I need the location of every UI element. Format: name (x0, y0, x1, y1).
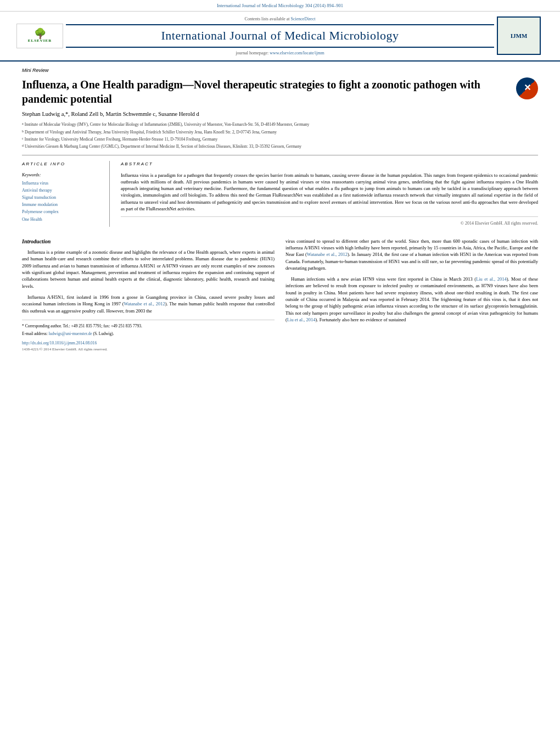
watanabe-link-1[interactable]: Watanabe et al., 2012 (124, 301, 165, 306)
ijmm-logo-area: IJMM (494, 16, 544, 55)
keyword-4: Immune modulation (22, 202, 101, 208)
abstract-text: Influenza virus is a paradigm for a path… (121, 172, 538, 213)
authors-text: Stephan Ludwig a,*, Roland Zell b, Marti… (22, 111, 199, 117)
intro-paragraph-1: Influenza is a prime example of a zoonot… (22, 249, 275, 289)
keyword-3: Signal transduction (22, 194, 101, 200)
keyword-2: Antiviral therapy (22, 187, 101, 193)
elsevier-text: ELSEVIER (28, 38, 52, 44)
intro-col2-p1-text: virus continued to spread to different o… (285, 238, 538, 271)
watanabe-link-2[interactable]: Watanabe et al., 2012 (307, 252, 348, 257)
footnote-email-label: E-mail address: (22, 331, 49, 336)
footnotes-section: * Corresponding author. Tel.: +49 251 83… (22, 320, 275, 352)
affil-text-d: Universities Giessen & Marburg Lung Cent… (25, 143, 301, 149)
header-divider-top (66, 24, 494, 25)
elsevier-logo-area: 🌳 ELSEVIER (16, 24, 66, 48)
body-column-left: Introduction Influenza is a prime exampl… (22, 238, 275, 352)
intro-col2-paragraph-1: virus continued to spread to different o… (285, 238, 538, 272)
elsevier-tree-icon: 🌳 (34, 29, 46, 38)
intro-col2-p2-text: Human infections with a new avian H7N9 v… (285, 276, 538, 322)
affil-sup-b: b (22, 129, 24, 135)
footnote-email: E-mail address: ludwigs@uni-muenster.de … (22, 331, 275, 337)
homepage-link[interactable]: www.elsevier.com/locate/ijmm (270, 51, 324, 55)
affil-text-a: Institute of Molecular Virology (IMV), C… (25, 121, 310, 127)
affiliation-a: a Institute of Molecular Virology (IMV),… (22, 121, 538, 127)
footnote-email-link[interactable]: ludwigs@uni-muenster.de (49, 331, 92, 336)
intro-paragraph-2: Influenza A/H5N1, first isolated in 1996… (22, 294, 275, 314)
article-info-abstract-section: ARTICLE INFO Keywords: Influenza virus A… (22, 155, 538, 226)
intro-p2-text: Influenza A/H5N1, first isolated in 1996… (22, 294, 275, 314)
journal-citation-bar: International Journal of Medical Microbi… (0, 0, 560, 12)
liu-link-2[interactable]: Liu et al., 2014 (287, 317, 316, 322)
ijmm-logo: IJMM (497, 16, 541, 55)
affiliation-b: b Department of Virology and Antiviral T… (22, 129, 538, 135)
article-title-section: Influenza, a One Health paradigm—Novel t… (22, 77, 538, 106)
affil-text-b: Department of Virology and Antiviral The… (25, 129, 277, 135)
keyword-1: Influenza virus (22, 180, 101, 186)
contents-text: Contents lists available at (245, 16, 290, 21)
affil-sup-a: a (22, 121, 24, 127)
abstract-heading: ABSTRACT (121, 161, 538, 167)
journal-title-area: Contents lists available at ScienceDirec… (66, 16, 494, 56)
article-title: Influenza, a One Health paradigm—Novel t… (22, 77, 516, 106)
sciencedirect-link[interactable]: ScienceDirect (291, 16, 316, 21)
footnote-email-name: (S. Ludwig). (93, 331, 114, 336)
issn-line: 1438-4221/© 2014 Elsevier GmbH. All righ… (22, 347, 275, 352)
doi-line: http://dx.doi.org/10.1016/j.ijmm.2014.08… (22, 341, 275, 347)
keyword-6: One Health (22, 216, 101, 222)
authors-line: Stephan Ludwig a,*, Roland Zell b, Marti… (22, 110, 538, 119)
liu-link-1[interactable]: Liu et al., 2014 (476, 276, 507, 282)
keywords-label: Keywords: (22, 172, 101, 178)
copyright-line: © 2014 Elsevier GmbH. All rights reserve… (121, 216, 538, 226)
body-column-right: virus continued to spread to different o… (285, 238, 538, 352)
affiliation-d: d Universities Giessen & Marburg Lung Ce… (22, 143, 538, 149)
affiliations-section: a Institute of Molecular Virology (IMV),… (22, 121, 538, 149)
footnote-corresponding: * Corresponding author. Tel.: +49 251 83… (22, 323, 275, 330)
intro-section-title: Introduction (22, 238, 275, 246)
body-columns: Introduction Influenza is a prime exampl… (22, 233, 538, 352)
header-divider-bottom (66, 47, 494, 48)
contents-available-line: Contents lists available at ScienceDirec… (66, 16, 494, 22)
page-container: International Journal of Medical Microbi… (0, 0, 560, 358)
crossmark-logo[interactable]: ✕ (516, 77, 538, 99)
affiliation-c: c Institute for Virology, University Med… (22, 136, 538, 142)
journal-citation-text: International Journal of Medical Microbi… (217, 3, 343, 8)
ijmm-logo-text: IJMM (511, 32, 528, 40)
keyword-5: Polymerase complex (22, 209, 101, 215)
article-type-label: Mini Review (22, 67, 538, 74)
journal-header: 🌳 ELSEVIER Contents lists available at S… (0, 12, 560, 62)
intro-col2-paragraph-2: Human infections with a new avian H7N9 v… (285, 276, 538, 323)
homepage-label: journal homepage: (236, 51, 268, 55)
affil-text-c: Institute for Virology, University Medic… (25, 136, 218, 142)
main-content: Mini Review Influenza, a One Health para… (0, 62, 560, 358)
affil-sup-d: d (22, 143, 24, 149)
article-info-column: ARTICLE INFO Keywords: Influenza virus A… (22, 161, 110, 226)
abstract-column: ABSTRACT Influenza virus is a paradigm f… (121, 161, 538, 226)
elsevier-logo: 🌳 ELSEVIER (16, 24, 63, 48)
article-info-heading: ARTICLE INFO (22, 161, 101, 167)
journal-full-title: International Journal of Medical Microbi… (66, 27, 494, 44)
doi-link[interactable]: http://dx.doi.org/10.1016/j.ijmm.2014.08… (22, 341, 97, 345)
affil-sup-c: c (22, 136, 24, 142)
journal-homepage-line: journal homepage: www.elsevier.com/locat… (66, 50, 494, 56)
